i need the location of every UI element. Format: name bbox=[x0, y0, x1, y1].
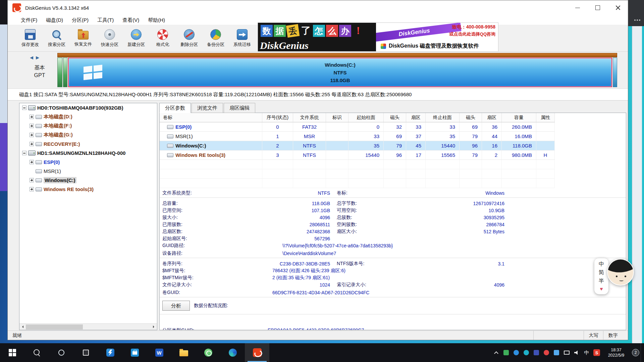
expand-icon[interactable] bbox=[30, 142, 34, 146]
recover-files-button[interactable]: 恢复文件 bbox=[70, 26, 96, 50]
new-partition-button[interactable]: 新建分区 bbox=[123, 26, 149, 50]
menu-view[interactable]: 查看(V) bbox=[118, 15, 144, 25]
tray-security-button[interactable] bbox=[501, 343, 511, 362]
tray-netdisk-button[interactable] bbox=[531, 343, 541, 362]
scrollbar-thumb[interactable] bbox=[26, 324, 83, 329]
tray-music-button[interactable] bbox=[541, 343, 551, 362]
system-migration-button[interactable]: 系统迁移 bbox=[229, 26, 255, 50]
partition-block-msr[interactable] bbox=[63, 58, 67, 87]
heart-icon[interactable]: ♥ bbox=[600, 286, 603, 292]
ime-mode-simplified[interactable]: 简 bbox=[599, 269, 604, 276]
more-icon[interactable] bbox=[637, 19, 638, 21]
search-partition-button[interactable]: 搜索分区 bbox=[44, 26, 69, 50]
edge-button[interactable] bbox=[220, 343, 245, 362]
ad-qq-link[interactable]: 或点击此处选择QQ咨询 bbox=[449, 31, 495, 37]
collapse-icon[interactable] bbox=[22, 151, 26, 155]
browser-app-button[interactable] bbox=[196, 343, 220, 362]
tree-item-recovery-e[interactable]: RECOVERY(E:) bbox=[19, 139, 157, 148]
close-button[interactable] bbox=[608, 0, 628, 15]
partition-strip: Windows(C:) NTFS 118.0GB bbox=[57, 58, 617, 87]
partition-row-esp[interactable]: ESP(0) 0 FAT32 0 32 33 33 69 36 260.0MB bbox=[160, 122, 555, 132]
diskgenius-taskbar-button[interactable] bbox=[245, 343, 269, 362]
tray-cloud-button[interactable] bbox=[511, 343, 521, 362]
ime-status-widget[interactable]: 中 简 半 ♥ bbox=[594, 258, 634, 294]
menu-help[interactable]: 帮助(H) bbox=[144, 15, 169, 25]
partition-row-windows-c[interactable]: Windows(C:) 2 NTFS 35 79 45 15440 96 16 … bbox=[160, 141, 555, 150]
tray-network-button[interactable] bbox=[561, 343, 572, 362]
store-button[interactable] bbox=[122, 343, 147, 362]
expand-icon[interactable] bbox=[30, 160, 34, 164]
partition-block-re-tools[interactable] bbox=[613, 58, 617, 87]
pinned-app-1-button[interactable] bbox=[98, 343, 122, 362]
show-desktop-button[interactable] bbox=[641, 343, 643, 362]
menu-file[interactable]: 文件(F) bbox=[16, 15, 42, 25]
expand-icon[interactable] bbox=[30, 187, 34, 191]
maximize-button[interactable] bbox=[588, 0, 608, 15]
ime-mode-card[interactable]: 中 简 半 ♥ bbox=[594, 258, 608, 294]
tree-horizontal-scrollbar[interactable] bbox=[19, 323, 157, 330]
cortana-button[interactable] bbox=[49, 343, 73, 362]
prev-disk-icon[interactable]: ◀ bbox=[30, 55, 33, 60]
detail-row: 文件系统类型: NTFS 卷标: Windows bbox=[160, 189, 626, 198]
partition-block-windows-c[interactable]: Windows(C:) NTFS 118.0GB bbox=[68, 58, 612, 87]
scrollbar-track[interactable] bbox=[26, 324, 151, 330]
tray-ime-button[interactable]: 中 bbox=[582, 343, 592, 362]
tray-messenger-button[interactable] bbox=[521, 343, 531, 362]
tray-sogou-button[interactable]: S bbox=[592, 343, 602, 362]
tray-hidden-icons-button[interactable] bbox=[491, 343, 501, 362]
tree-item-local-f[interactable]: 本地磁盘(F:) bbox=[19, 121, 157, 130]
menu-partition[interactable]: 分区(P) bbox=[67, 15, 93, 25]
resize-grip[interactable] bbox=[623, 331, 628, 340]
tree-item-local-g[interactable]: 本地磁盘(G:) bbox=[19, 130, 157, 139]
quick-partition-button[interactable]: 快速分区 bbox=[97, 26, 122, 50]
tree-item-windows-c[interactable]: Windows(C:) bbox=[19, 176, 157, 185]
task-view-button[interactable] bbox=[73, 343, 98, 362]
expand-icon[interactable] bbox=[30, 124, 34, 128]
expand-icon[interactable] bbox=[30, 133, 34, 137]
next-disk-icon[interactable]: ▶ bbox=[36, 55, 39, 60]
format-button[interactable]: 格式化 bbox=[150, 26, 175, 50]
taskbar-search-button[interactable] bbox=[24, 343, 49, 362]
word-button[interactable]: W bbox=[147, 343, 171, 362]
collapse-icon[interactable] bbox=[22, 106, 26, 110]
tree-item-msr[interactable]: MSR(1) bbox=[19, 167, 157, 176]
file-explorer-button[interactable] bbox=[171, 343, 196, 362]
ime-mode-chinese[interactable]: 中 bbox=[599, 261, 604, 268]
tree-item-local-d[interactable]: 本地磁盘(D:) bbox=[19, 112, 157, 121]
analyze-button[interactable]: 分析 bbox=[162, 301, 190, 311]
menu-tools[interactable]: 工具(T) bbox=[93, 15, 118, 25]
statusbar-indicators: 大写 数字 bbox=[533, 331, 628, 340]
save-changes-button[interactable]: 保存更改 bbox=[17, 26, 43, 50]
mascot-mouth bbox=[619, 280, 624, 281]
menu-disk[interactable]: 磁盘(D) bbox=[42, 15, 67, 25]
partition-block-esp[interactable] bbox=[57, 58, 62, 87]
taskbar-clock[interactable]: 18:37 2022/5/9 bbox=[603, 347, 629, 358]
ad-banner[interactable]: 数 据 丢 了 怎 么 办 ！ DiskGenius DiskGenius 致电… bbox=[258, 22, 498, 52]
statusbar-spacer bbox=[533, 331, 584, 340]
partition-row-windows-re-tools[interactable]: Windows RE tools(3) 3 NTFS 15440 96 17 1… bbox=[160, 150, 555, 160]
notification-center-button[interactable]: 2 bbox=[631, 343, 641, 362]
disk-nav-arrows: ◀ ▶ bbox=[30, 55, 39, 60]
ime-mode-halfwidth[interactable]: 半 bbox=[599, 278, 604, 285]
backup-partition-button[interactable]: 备份分区 bbox=[203, 26, 228, 50]
partition-block-label: Windows(C:) NTFS 118.0GB bbox=[325, 61, 356, 84]
scroll-left-icon[interactable] bbox=[19, 324, 26, 330]
start-button[interactable] bbox=[0, 343, 24, 362]
disk-header-strip[interactable] bbox=[57, 53, 617, 57]
partition-row-msr[interactable]: MSR(1) 1 MSR 33 69 37 35 79 44 16.0MB bbox=[160, 132, 555, 141]
tab-partition-parameters[interactable]: 分区参数 bbox=[159, 103, 191, 113]
scroll-right-icon[interactable] bbox=[151, 324, 157, 330]
minimize-button[interactable] bbox=[568, 0, 588, 15]
tree-item-hd1[interactable]: HD1:SAMSUNGMZNLN128HAHQ-000 bbox=[19, 148, 157, 158]
tab-browse-files[interactable]: 浏览文件 bbox=[192, 103, 223, 113]
tree-item-esp[interactable]: ESP(0) bbox=[19, 158, 157, 167]
tab-sector-editor[interactable]: 扇区编辑 bbox=[224, 103, 255, 113]
tray-volume-button[interactable] bbox=[572, 343, 582, 362]
tray-video-button[interactable] bbox=[551, 343, 561, 362]
tree-item-hd0[interactable]: HD0:TOSHIBAMQ04ABF100(932GB) bbox=[19, 103, 157, 112]
expand-icon[interactable] bbox=[30, 178, 34, 182]
expand-icon[interactable] bbox=[30, 115, 34, 119]
delete-partition-button[interactable]: 删除分区 bbox=[176, 26, 202, 50]
tree-item-windows-re-tools[interactable]: Windows RE tools(3) bbox=[19, 185, 157, 194]
ime-mascot-avatar[interactable] bbox=[607, 259, 634, 286]
